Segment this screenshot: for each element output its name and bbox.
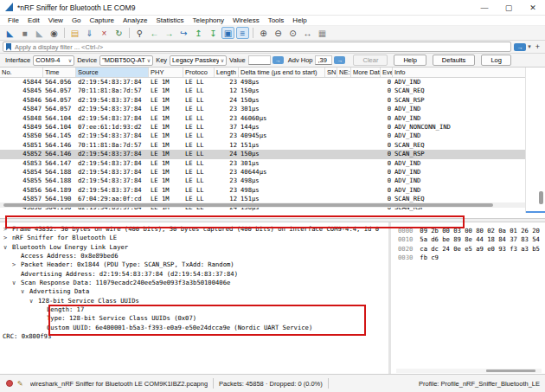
profile-text[interactable]: Profile: Profile_nRF_Sniffer_Bluetooth_L… [419,380,540,388]
column-header-length[interactable]: Length [215,67,239,77]
detail-line[interactable]: CRC: 0x800f93 [0,332,388,341]
collapse-arrow-icon[interactable]: ∨ [3,243,7,252]
packet-row[interactable]: 45851564.14670:11:81:8a:7d:57LE 1MLE LL1… [0,141,545,150]
column-header-more-data[interactable]: More Data [351,67,381,77]
column-header-phy[interactable]: PHY [149,67,183,77]
detail-line[interactable]: Advertising Address: d2:19:54:83:37:84 (… [0,270,388,279]
menu-statistics[interactable]: Statistics [152,16,189,24]
expert-info-icon[interactable] [6,380,13,387]
packet-row[interactable]: 45845564.05770:11:81:8a:7d:57LE 1MLE LL1… [0,87,545,95]
menu-capture[interactable]: Capture [86,16,119,24]
open-file-icon[interactable]: ▤ [68,27,81,39]
packet-row[interactable]: 45844564.056d2:19:54:83:37:84LE 1MLE LL2… [0,78,545,87]
detail-line[interactable]: >nRF Sniffer for Bluetooth LE [0,234,388,242]
menu-go[interactable]: Go [67,16,86,24]
bookmark-icon[interactable] [6,43,11,51]
collapse-arrow-icon[interactable]: ∨ [29,297,33,305]
restart-capture-icon[interactable]: ◣ [33,27,46,39]
menu-tools[interactable]: Tools [264,16,289,24]
log-button[interactable]: Log [481,55,511,66]
start-capture-icon[interactable]: ◣ [3,27,16,39]
menu-edit[interactable]: Edit [23,16,44,24]
expand-arrow-icon[interactable]: > [3,225,7,234]
detail-line[interactable]: >Frame 45852: 50 bytes on wire (400 bits… [0,225,388,234]
hex-row[interactable]: 00105a d6 be 89 8e 44 18 84 37 83 54 [391,235,545,244]
display-filter-box[interactable] [3,42,511,52]
packet-row[interactable]: 45846564.057d2:19:54:83:37:84LE 1MLE LL2… [0,96,545,105]
packet-row[interactable]: 45853564.147d2:19:54:83:37:84LE 1MLE LL2… [0,159,545,168]
packet-row[interactable]: 45848564.104d2:19:54:83:37:84LE 1MLE LL2… [0,114,545,123]
maximize-button[interactable]: ▢ [497,0,521,16]
collapse-arrow-icon[interactable]: ∨ [12,279,16,287]
device-select[interactable]: "MDBT50Q-ATMS" -3∨ [99,55,153,66]
packet-list-vscrollbar[interactable] [525,67,545,213]
find-packet-icon[interactable]: ⚲ [133,27,146,39]
column-header-ne-[interactable]: NE: [337,67,351,77]
hex-row[interactable]: 000009 2b 00 03 00 80 02 0a 01 26 20 [391,227,545,235]
detail-line[interactable]: Type: 128-bit Service Class UUIDs (0x07) [0,314,388,323]
packet-row[interactable]: 45852564.146d2:19:54:83:37:84LE 1MLE LL2… [0,150,545,158]
add-filter-button[interactable]: + [535,42,540,51]
menu-file[interactable]: File [3,16,23,24]
detail-line[interactable]: ∨Scan Response Data: 11079ecadc240ee5a9e… [0,279,388,287]
column-header-delta-time-s-end-to-start-[interactable]: Delta time (µs end to start) [239,67,325,77]
hex-row[interactable]: 0020ca dc 24 0e e5 a9 e0 93 f3 a3 b5 [391,245,545,254]
column-header-protoco[interactable]: Protoco [183,67,215,77]
column-header-no-[interactable]: No. [0,67,43,77]
packet-row[interactable]: 45849564.10407:ee:61:1d:93:d2LE 1MLE LL3… [0,123,545,132]
close-file-icon[interactable]: × [98,27,111,39]
adv-hop-input[interactable] [315,55,332,65]
detail-line[interactable]: ∨128-bit Service Class UUIDs [0,297,388,305]
detail-line[interactable]: Custom UUID: 6e400001-b5a3-f393-e0a9-e50… [0,324,388,332]
column-header-info[interactable]: Info [393,67,545,77]
zoom-out-icon[interactable]: ⊖ [272,27,285,39]
capture-options-icon[interactable]: ◉ [48,27,61,39]
adv-hop-apply-button[interactable]: → [334,56,345,64]
column-header-eve[interactable]: Eve [381,67,393,77]
reset-layout-icon[interactable]: ▦ [316,27,329,39]
column-header-time[interactable]: Time [43,67,76,77]
column-header-sn[interactable]: SN [325,67,337,77]
menu-help[interactable]: Help [288,16,311,24]
hscroll-thumb[interactable] [3,203,493,207]
packet-row[interactable]: 45847564.057d2:19:54:83:37:84LE 1MLE LL2… [0,105,545,113]
go-previous-icon[interactable]: ← [148,27,161,39]
packet-list-hscrollbar[interactable] [0,202,535,208]
expand-arrow-icon[interactable]: > [12,260,16,269]
menu-telephony[interactable]: Telephony [189,16,228,24]
menu-wireless[interactable]: Wireless [228,16,264,24]
value-input[interactable] [248,55,271,65]
display-filter-input[interactable] [15,43,508,51]
detail-line[interactable]: ∨Advertising Data [0,287,388,296]
value-apply-button[interactable]: → [272,56,284,64]
minimize-button[interactable]: — [472,0,497,16]
packet-row[interactable]: 45856564.189d2:19:54:83:37:84LE 1MLE LL2… [0,186,545,195]
clear-button[interactable]: Clear [353,55,388,66]
column-header-source[interactable]: Source [76,67,149,77]
help-button[interactable]: Help [394,55,426,66]
filter-dropdown-caret-icon[interactable]: ▾ [528,43,531,50]
interface-select[interactable]: COM9-4∨ [33,55,74,66]
colorize-icon[interactable]: ≡ [236,27,249,39]
auto-scroll-icon[interactable]: ▣ [221,27,234,39]
go-next-icon[interactable]: → [163,27,176,39]
zoom-100-icon[interactable]: ⊙ [286,27,299,39]
reload-file-icon[interactable]: ↻ [112,27,125,39]
capture-comment-icon[interactable]: ✎ [17,380,23,388]
apply-filter-button[interactable]: → [514,43,526,51]
stop-capture-icon[interactable]: ■ [18,27,31,39]
resize-columns-icon[interactable]: ↔ [301,27,314,39]
collapse-arrow-icon[interactable]: ∨ [21,287,24,296]
detail-line[interactable]: Access Address: 0x8e89bed6 [0,252,388,260]
hex-hscroll-thumb[interactable] [486,370,535,372]
defaults-button[interactable]: Defaults [433,55,476,66]
save-file-icon[interactable]: ⇓ [83,27,96,39]
menu-view[interactable]: View [44,16,67,24]
go-first-icon[interactable]: ↥ [192,27,205,39]
detail-line[interactable]: >Packet Header: 0x1844 (PDU Type: SCAN_R… [0,260,388,269]
zoom-in-icon[interactable]: ⊕ [257,27,270,39]
packet-row[interactable]: 45850564.145d2:19:54:83:37:84LE 1MLE LL2… [0,132,545,140]
packet-row[interactable]: 45855564.188d2:19:54:83:37:84LE 1MLE LL2… [0,177,545,185]
menu-analyze[interactable]: Analyze [119,16,151,24]
go-to-packet-icon[interactable]: ↪ [177,27,190,39]
